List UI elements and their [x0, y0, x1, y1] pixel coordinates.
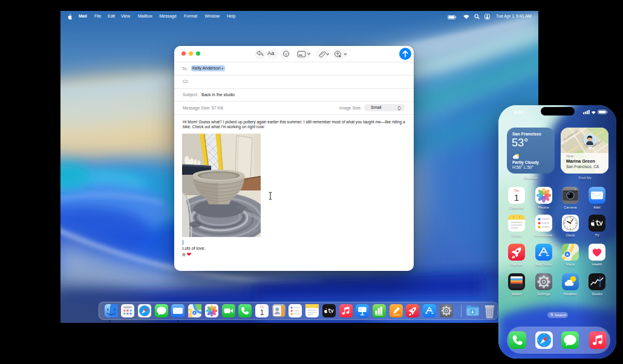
svg-text:1: 1 — [514, 192, 519, 202]
svg-text:1: 1 — [260, 308, 264, 317]
